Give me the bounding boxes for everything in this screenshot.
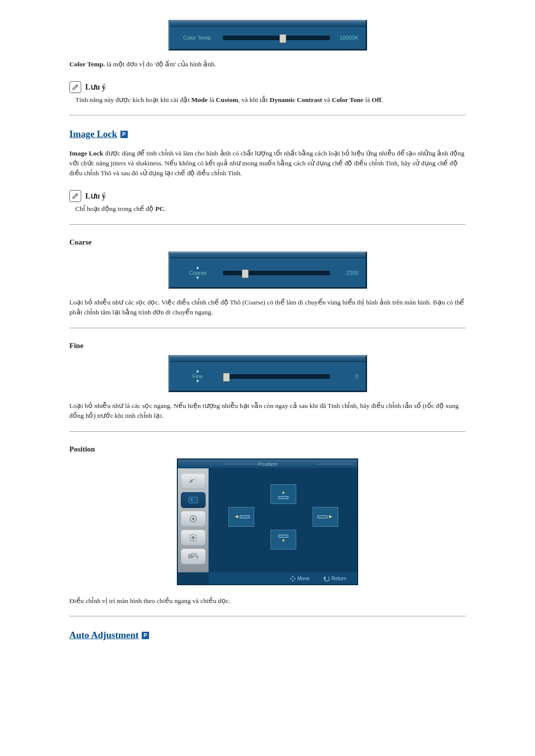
sidebar-item-picture[interactable] <box>181 492 206 508</box>
sidebar-item-setup[interactable] <box>181 530 206 546</box>
down-arrow-icon[interactable]: ▼ <box>177 276 219 280</box>
color-temp-description: Color Temp. là một đơn vị đo 'độ ấm' của… <box>69 59 466 69</box>
coarse-value: 2200 <box>334 269 361 277</box>
note-title: Lưu ý <box>85 81 106 93</box>
sidebar-item-input[interactable] <box>181 473 206 489</box>
svg-marker-18 <box>294 578 296 580</box>
fine-slider[interactable] <box>223 374 330 379</box>
position-down-button[interactable]: ▼ <box>270 530 296 550</box>
fine-value: 0 <box>334 372 361 381</box>
image-lock-description: Image Lock được dùng để tinh chỉnh và là… <box>69 149 466 179</box>
footer-move-hint: Move <box>290 575 310 582</box>
coarse-label: ▲ Coarse ▼ <box>177 265 219 280</box>
position-footer: Move Return <box>178 572 357 584</box>
note-body: Tính năng này được kích hoạt khi cài đặt… <box>69 95 466 105</box>
slider-top-border <box>170 253 366 258</box>
position-up-button[interactable]: ▲ <box>270 484 296 504</box>
pc-badge-icon: P <box>120 131 128 138</box>
svg-point-4 <box>192 536 195 539</box>
svg-rect-14 <box>192 553 196 556</box>
fine-heading: Fine <box>69 340 466 352</box>
color-temp-label: Color Temp. <box>177 35 219 41</box>
sidebar-item-multi[interactable] <box>181 549 206 564</box>
position-dpad: ▲ ◀ ▶ ▼ <box>228 484 337 549</box>
up-arrow-icon[interactable]: ▲ <box>177 369 219 373</box>
svg-marker-17 <box>290 578 291 580</box>
position-right-button[interactable]: ▶ <box>313 507 338 527</box>
note-heading: Lưu ý <box>69 190 466 202</box>
svg-line-12 <box>195 535 196 536</box>
position-panel: Position ▲ <box>177 458 358 585</box>
position-description: Điều chỉnh vị trí màn hình theo chiều ng… <box>69 596 466 606</box>
fine-label: ▲ Fine ▼ <box>177 369 219 384</box>
position-heading: Position <box>69 444 466 455</box>
slider-top-border <box>170 356 366 362</box>
image-lock-heading: Image Lock P <box>69 127 466 142</box>
slider-top-border <box>170 21 366 27</box>
divider <box>69 616 466 616</box>
down-arrow-icon[interactable]: ▼ <box>177 379 219 384</box>
svg-line-11 <box>190 540 191 541</box>
svg-point-1 <box>191 499 193 501</box>
note-body: Chỉ hoạt động trong chế độ PC. <box>69 204 466 214</box>
position-sidebar <box>178 468 209 572</box>
note-heading: Lưu ý <box>69 81 466 93</box>
divider <box>69 328 466 328</box>
divider <box>69 224 466 225</box>
svg-line-9 <box>190 535 191 536</box>
note-title: Lưu ý <box>85 190 106 202</box>
fine-description: Loại bỏ nhiễu như là các sọc ngang. Nếu … <box>69 401 466 421</box>
fine-slider-panel: ▲ Fine ▼ 0 <box>168 355 367 392</box>
divider <box>69 431 466 432</box>
color-temp-slider-panel: Color Temp. 10000K <box>168 20 367 50</box>
note-pencil-icon <box>69 190 81 202</box>
position-panel-title: Position <box>178 459 357 468</box>
svg-marker-15 <box>292 576 294 577</box>
coarse-description: Loại bỏ nhiễu như các sọc dọc. Việc điều… <box>69 298 466 318</box>
svg-marker-16 <box>292 580 294 582</box>
divider <box>69 115 466 115</box>
coarse-slider-panel: ▲ Coarse ▼ 2200 <box>168 252 367 289</box>
up-arrow-icon[interactable]: ▲ <box>177 265 219 270</box>
coarse-heading: Coarse <box>69 237 466 248</box>
position-main-area: ▲ ◀ ▶ ▼ <box>209 468 357 572</box>
position-left-button[interactable]: ◀ <box>228 507 254 527</box>
svg-line-10 <box>195 540 196 541</box>
svg-point-3 <box>192 518 195 520</box>
sidebar-item-sound[interactable] <box>181 511 206 527</box>
color-temp-value: 10000K <box>334 34 361 42</box>
footer-return-hint: Return <box>323 575 346 582</box>
svg-rect-0 <box>189 497 198 503</box>
color-temp-slider[interactable] <box>223 36 330 40</box>
coarse-slider[interactable] <box>223 271 330 275</box>
note-pencil-icon <box>69 81 81 93</box>
pc-badge-icon: P <box>142 632 149 639</box>
auto-adjustment-heading: Auto AdjustmentP <box>69 628 466 643</box>
